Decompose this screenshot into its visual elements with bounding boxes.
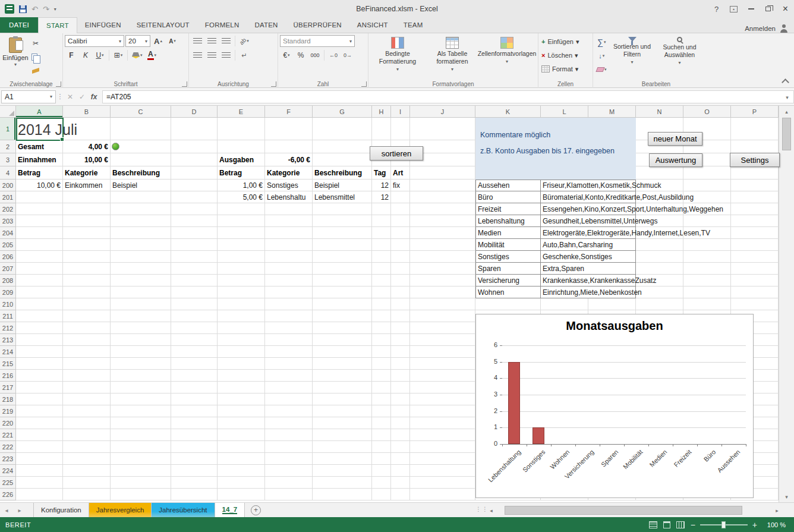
cell-D207[interactable] bbox=[171, 263, 218, 275]
cell-I225[interactable] bbox=[391, 477, 410, 489]
font-name-select[interactable]: Calibri▾ bbox=[65, 35, 124, 47]
cell-L200[interactable]: Friseur,Klamotten,Kosmetik,Schmuck bbox=[541, 180, 636, 191]
cell-C225[interactable] bbox=[111, 477, 171, 489]
cell-F208[interactable] bbox=[265, 275, 313, 287]
cell-I214[interactable] bbox=[391, 346, 410, 358]
cell-E211[interactable] bbox=[218, 310, 265, 322]
row-header-200[interactable]: 200 bbox=[0, 180, 16, 191]
cell-L202[interactable]: Essengehen,Kino,Konzert,Sport,Unterhaltu… bbox=[541, 203, 636, 215]
formula-bar-expand-button[interactable]: ▾ bbox=[781, 90, 794, 103]
cell-C206[interactable] bbox=[111, 251, 171, 263]
cell-B214[interactable] bbox=[63, 346, 111, 358]
ribbon-tab-team[interactable]: TEAM bbox=[396, 17, 431, 33]
cell-O208[interactable] bbox=[683, 275, 731, 287]
cell-H4[interactable]: Tag bbox=[372, 166, 391, 180]
cell-I211[interactable] bbox=[391, 310, 410, 322]
customize-qat-icon[interactable]: ▾ bbox=[54, 7, 56, 12]
formula-input[interactable]: =AT205 bbox=[102, 90, 781, 103]
cell-B221[interactable] bbox=[63, 429, 111, 441]
cell-F206[interactable] bbox=[265, 251, 313, 263]
vertical-scroll-thumb[interactable] bbox=[782, 118, 791, 150]
cell-D212[interactable] bbox=[171, 322, 218, 334]
sheet-tab-Jahresübersicht[interactable]: Jahresübersicht bbox=[152, 503, 215, 517]
cell-P207[interactable] bbox=[731, 263, 779, 275]
cell-E219[interactable] bbox=[218, 405, 265, 417]
cell-H211[interactable] bbox=[372, 310, 391, 322]
row-header-212[interactable]: 212 bbox=[0, 322, 16, 334]
cell-C224[interactable] bbox=[111, 465, 171, 477]
cell-I208[interactable] bbox=[391, 275, 410, 287]
cell-B210[interactable] bbox=[63, 298, 111, 310]
cell-A2[interactable]: Gesamt bbox=[16, 140, 63, 153]
cell-D221[interactable] bbox=[171, 429, 218, 441]
zoom-out-button[interactable]: − bbox=[691, 521, 695, 529]
cell-E204[interactable] bbox=[218, 227, 265, 239]
column-header-B[interactable]: B bbox=[63, 106, 111, 118]
cell-C204[interactable] bbox=[111, 227, 171, 239]
cell-A220[interactable] bbox=[16, 417, 63, 429]
cell-I219[interactable] bbox=[391, 405, 410, 417]
cell-N201[interactable] bbox=[636, 191, 683, 203]
row-header-223[interactable]: 223 bbox=[0, 453, 16, 465]
cell-C201[interactable] bbox=[111, 191, 171, 203]
cell-I213[interactable] bbox=[391, 334, 410, 346]
cell-C216[interactable] bbox=[111, 370, 171, 382]
cell-C207[interactable] bbox=[111, 263, 171, 275]
fill-button[interactable]: ↓▾ bbox=[595, 50, 609, 62]
cell-F223[interactable] bbox=[265, 453, 313, 465]
cell-H223[interactable] bbox=[372, 453, 391, 465]
cell-K202[interactable]: Freizeit bbox=[475, 203, 541, 215]
cell-J219[interactable] bbox=[410, 405, 475, 417]
cell-J206[interactable] bbox=[410, 251, 475, 263]
cell-A200[interactable]: 10,00 € bbox=[16, 180, 63, 191]
cell-B209[interactable] bbox=[63, 287, 111, 298]
cell-A218[interactable] bbox=[16, 394, 63, 405]
cell-J217[interactable] bbox=[410, 382, 475, 394]
row-header-210[interactable]: 210 bbox=[0, 298, 16, 310]
cell-E225[interactable] bbox=[218, 477, 265, 489]
cell-E4[interactable]: Betrag bbox=[218, 166, 265, 180]
cell-A226[interactable] bbox=[16, 489, 63, 500]
cell-D3[interactable] bbox=[171, 153, 218, 166]
cut-button[interactable]: ✂ bbox=[29, 37, 42, 49]
cell-G213[interactable] bbox=[313, 334, 372, 346]
chart-bar-Sonstiges[interactable] bbox=[533, 427, 544, 444]
row-header-225[interactable]: 225 bbox=[0, 477, 16, 489]
cell-G225[interactable] bbox=[313, 477, 372, 489]
row-header-222[interactable]: 222 bbox=[0, 441, 16, 453]
cell-A1[interactable]: 2014 Juli bbox=[16, 118, 63, 140]
cell-B212[interactable] bbox=[63, 322, 111, 334]
format-painter-button[interactable] bbox=[29, 65, 42, 77]
row-header-202[interactable]: 202 bbox=[0, 203, 16, 215]
cell-I209[interactable] bbox=[391, 287, 410, 298]
cell-O205[interactable] bbox=[683, 239, 731, 251]
cell-E205[interactable] bbox=[218, 239, 265, 251]
cell-P206[interactable] bbox=[731, 251, 779, 263]
percent-format-button[interactable]: % bbox=[294, 49, 307, 61]
cell-G2[interactable] bbox=[313, 140, 372, 153]
cell-D214[interactable] bbox=[171, 346, 218, 358]
cell-N205[interactable] bbox=[636, 239, 683, 251]
row-header-3[interactable]: 3 bbox=[0, 153, 16, 166]
cell-N203[interactable] bbox=[636, 215, 683, 227]
cell-B3[interactable]: 10,00 € bbox=[63, 153, 111, 166]
sheet-nav-right[interactable]: ▸ bbox=[13, 503, 26, 517]
cell-G220[interactable] bbox=[313, 417, 372, 429]
column-header-O[interactable]: O bbox=[683, 106, 731, 118]
cell-J205[interactable] bbox=[410, 239, 475, 251]
scroll-down-arrow[interactable]: ▾ bbox=[782, 492, 792, 502]
cell-D201[interactable] bbox=[171, 191, 218, 203]
clear-button[interactable]: ▾ bbox=[595, 64, 609, 75]
sheet-tab-Konfiguration[interactable]: Konfiguration bbox=[33, 503, 89, 517]
cell-A206[interactable] bbox=[16, 251, 63, 263]
cell-H224[interactable] bbox=[372, 465, 391, 477]
column-header-E[interactable]: E bbox=[218, 106, 265, 118]
cell-I203[interactable] bbox=[391, 215, 410, 227]
cell-H210[interactable] bbox=[372, 298, 391, 310]
cell-B2[interactable]: 4,00 € bbox=[63, 140, 111, 153]
cell-I222[interactable] bbox=[391, 441, 410, 453]
cell-M210[interactable] bbox=[588, 298, 636, 310]
cell-E212[interactable] bbox=[218, 322, 265, 334]
cell-G212[interactable] bbox=[313, 322, 372, 334]
select-all-corner[interactable] bbox=[0, 106, 16, 118]
